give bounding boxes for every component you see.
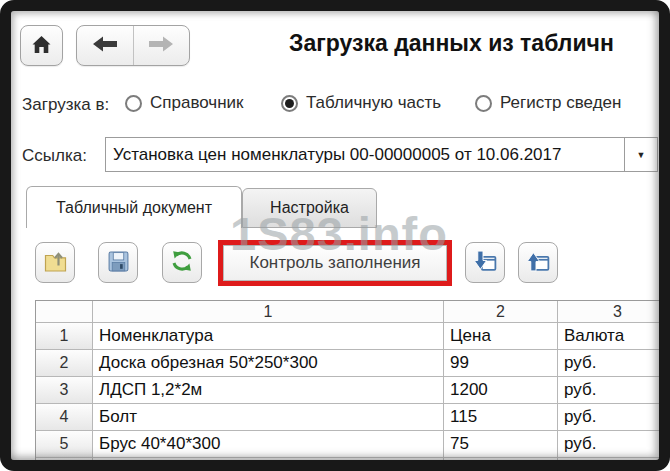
radio-option-spravochnik[interactable]: Справочник xyxy=(125,92,244,114)
folder-open-icon xyxy=(43,250,68,276)
screenshot: Загрузка данных из табличн Загрузка в: С… xyxy=(0,0,670,471)
table-cell[interactable]: Брус 40*40*300 xyxy=(93,431,444,458)
tab-nastroyka[interactable]: Настройка xyxy=(242,188,377,228)
table-cell[interactable]: 115 xyxy=(444,404,558,431)
load-target-label: Загрузка в: xyxy=(22,95,109,115)
data-table: 1 2 3 1 Номенклатура Цена Валюта 2 Доска… xyxy=(35,300,659,460)
radio-option-label: Регистр сведен xyxy=(500,93,621,113)
link-dropdown-button[interactable]: ▼ xyxy=(624,138,657,171)
row-number-cell[interactable]: 2 xyxy=(36,350,93,377)
table-cell[interactable]: 75 xyxy=(444,431,558,458)
tab-label: Табличный документ xyxy=(56,199,212,217)
import-button[interactable] xyxy=(465,242,505,283)
table-cell[interactable]: Валюта xyxy=(558,323,659,350)
radio-option-tablichnaya-chast[interactable]: Табличную часть xyxy=(281,92,441,114)
open-file-button[interactable] xyxy=(35,242,75,283)
table-cell[interactable]: 1200 xyxy=(444,377,558,404)
column-header[interactable]: 1 xyxy=(93,301,444,323)
highlight-red-frame: Контроль заполнения xyxy=(218,240,452,286)
refresh-icon xyxy=(170,249,194,276)
row-number-cell[interactable]: 1 xyxy=(36,323,93,350)
table-cell[interactable]: Цена xyxy=(444,323,558,350)
home-icon xyxy=(31,35,52,57)
forward-button[interactable] xyxy=(134,26,190,65)
export-button[interactable] xyxy=(518,242,558,283)
arrow-up-window-icon xyxy=(526,249,551,276)
arrow-right-icon xyxy=(148,35,174,57)
table-cell[interactable]: руб. xyxy=(558,350,659,377)
table-cell[interactable]: Номенклатура xyxy=(93,323,444,350)
table-cell[interactable]: 99 xyxy=(444,350,558,377)
corner-cell[interactable] xyxy=(36,301,93,323)
row-number-cell[interactable]: 5 xyxy=(36,431,93,458)
radio-selected-icon[interactable] xyxy=(281,95,298,112)
radio-option-label: Табличную часть xyxy=(306,93,441,113)
row-number-cell[interactable]: 4 xyxy=(36,404,93,431)
link-field: Установка цен номенклатуры 00-00000005 о… xyxy=(105,137,658,172)
home-button[interactable] xyxy=(20,25,63,66)
radio-option-registr-svedeniy[interactable]: Регистр сведен xyxy=(475,92,621,114)
tab-tablichny-dokument[interactable]: Табличный документ xyxy=(26,186,242,228)
page-title: Загрузка данных из табличн xyxy=(289,30,614,57)
column-header[interactable]: 2 xyxy=(444,301,558,323)
link-label: Ссылка: xyxy=(22,146,87,166)
table-cell[interactable] xyxy=(558,458,659,460)
tab-label: Настройка xyxy=(270,199,349,217)
radio-icon[interactable] xyxy=(475,95,492,112)
link-input[interactable]: Установка цен номенклатуры 00-00000005 о… xyxy=(106,138,624,171)
table-cell[interactable]: руб. xyxy=(558,377,659,404)
fill-control-button[interactable]: Контроль заполнения xyxy=(223,245,447,281)
table-cell[interactable]: руб. xyxy=(558,404,659,431)
table-cell[interactable]: Доска обрезная 50*250*300 xyxy=(93,350,444,377)
refresh-button[interactable] xyxy=(162,242,202,283)
back-button[interactable] xyxy=(77,26,134,65)
arrow-down-window-icon xyxy=(473,249,498,276)
radio-option-label: Справочник xyxy=(150,93,244,113)
table-cell[interactable]: Болт xyxy=(93,404,444,431)
save-button[interactable] xyxy=(98,242,138,283)
chevron-down-icon: ▼ xyxy=(637,150,646,160)
column-header[interactable]: 3 xyxy=(558,301,659,323)
row-number-cell[interactable] xyxy=(36,458,93,460)
radio-icon[interactable] xyxy=(125,95,142,112)
table-cell[interactable]: руб. xyxy=(558,431,659,458)
table-cell[interactable] xyxy=(444,458,558,460)
history-nav xyxy=(76,25,190,66)
table-cell[interactable]: ЛДСП 1,2*2м xyxy=(93,377,444,404)
save-icon xyxy=(107,250,130,276)
arrow-left-icon xyxy=(92,35,118,57)
row-number-cell[interactable]: 3 xyxy=(36,377,93,404)
table-cell[interactable] xyxy=(93,458,444,460)
